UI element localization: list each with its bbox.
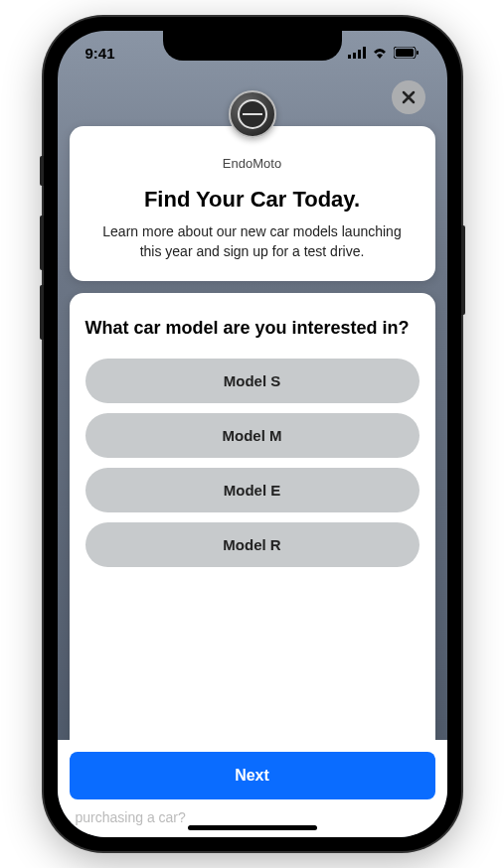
status-time: 9:41 <box>85 45 115 62</box>
option-model-e[interactable]: Model E <box>85 468 420 512</box>
power-button <box>461 225 465 315</box>
logo-wrap <box>70 90 435 138</box>
content-area: EndoMoto Find Your Car Today. Learn more… <box>58 74 447 837</box>
option-model-r[interactable]: Model R <box>85 522 420 567</box>
status-icons <box>348 47 420 59</box>
ghost-text: purchasing a car? <box>70 809 435 825</box>
question-text: What car model are you interested in? <box>85 317 420 340</box>
notch <box>163 31 342 61</box>
option-model-s[interactable]: Model S <box>85 359 420 403</box>
svg-rect-1 <box>353 53 356 59</box>
phone-frame: 9:41 EndoMo <box>44 17 461 851</box>
screen: 9:41 EndoMo <box>58 31 447 837</box>
wifi-icon <box>372 47 388 59</box>
close-icon <box>401 89 417 105</box>
close-button[interactable] <box>392 80 425 114</box>
svg-rect-0 <box>348 55 351 59</box>
battery-icon <box>394 47 420 59</box>
options-list: Model S Model M Model E Model R <box>85 359 420 567</box>
brand-logo <box>229 90 276 138</box>
brand-name: EndoMoto <box>89 156 416 171</box>
headline: Find Your Car Today. <box>89 187 416 213</box>
svg-rect-6 <box>417 51 419 55</box>
home-indicator[interactable] <box>188 825 317 830</box>
volume-up <box>40 216 44 270</box>
silent-switch <box>40 156 44 186</box>
svg-rect-5 <box>396 49 414 57</box>
subtext: Learn more about our new car models laun… <box>89 222 416 261</box>
logo-icon <box>238 99 267 129</box>
option-model-m[interactable]: Model M <box>85 413 420 458</box>
intro-card: EndoMoto Find Your Car Today. Learn more… <box>70 126 435 281</box>
next-button[interactable]: Next <box>70 752 435 799</box>
svg-rect-2 <box>358 50 361 59</box>
volume-down <box>40 285 44 340</box>
bottom-bar: Next purchasing a car? <box>58 740 447 837</box>
svg-rect-3 <box>363 47 366 59</box>
signal-icon <box>348 47 366 59</box>
